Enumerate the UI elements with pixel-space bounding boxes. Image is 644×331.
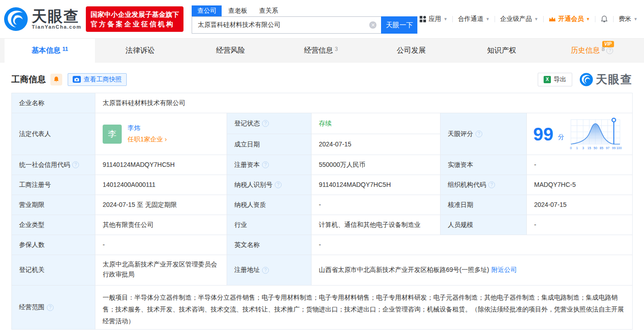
reg-address-value: 山西省太原市中北高新技术产业开发区柏板路69号(一照多址)	[319, 265, 489, 275]
cert-line2: 官方备案企业征信机构	[90, 19, 179, 29]
reg-status-value: 存续	[312, 113, 441, 134]
svg-text:0: 0	[570, 146, 572, 150]
search-tabs: 查公司 查老板 查关系	[192, 5, 417, 16]
legal-rep-companies-link[interactable]: 任职1家企业 ›	[128, 135, 167, 145]
tianyancha-logo[interactable]: 天眼查 TianYanCha.com	[4, 7, 81, 31]
nav-apps-label: 应用	[428, 15, 441, 23]
tab-business-risk[interactable]: 经营风险	[185, 39, 276, 63]
search-tab-relation[interactable]: 查关系	[253, 5, 283, 16]
field-label: 营业期限	[12, 195, 95, 215]
watermark-label: 天眼查	[596, 72, 633, 87]
legal-rep-avatar[interactable]: 李	[103, 125, 122, 144]
tab-basic-info[interactable]: 基本信息 11	[5, 39, 95, 63]
svg-text:50: 50	[594, 146, 597, 150]
tab-label: 基本信息	[31, 46, 60, 55]
tab-count: 3	[335, 46, 338, 52]
field-label: 注册资本 ?	[227, 155, 312, 175]
field-label: 组织机构代码 ?	[441, 175, 527, 195]
org-code-label: 组织机构代码	[448, 180, 486, 190]
nav-enterprise-label: 企业级产品	[500, 15, 532, 23]
legal-rep-name-link[interactable]: 李炜	[128, 123, 167, 133]
search-area: 查公司 查老板 查关系 ✕ 天眼一下	[192, 5, 417, 34]
table-row: 登记机关 太原中北高新技术产业开发区管理委员会行政审批局 注册地址 ? 山西省太…	[12, 255, 632, 286]
field-label: 注册地址 ?	[227, 255, 312, 286]
export-label: 导出	[554, 75, 566, 84]
chevron-down-icon: ▼	[443, 17, 447, 21]
nav-partner[interactable]: 合作通道 ▼	[458, 15, 490, 23]
business-scope-value: 一般项目：半导体分立器件制造；半导体分立器件销售；电子专用材料制造；电子专用材料…	[95, 286, 632, 329]
company-type-value: 其他有限责任公司	[95, 215, 227, 235]
field-label: 登记状态 ?	[227, 113, 312, 134]
help-icon[interactable]: ?	[262, 267, 269, 274]
chevron-down-icon: ▼	[586, 17, 590, 21]
field-label: 法定代表人	[12, 113, 95, 155]
taxpayer-id-label: 纳税人识别号	[234, 180, 272, 190]
help-icon[interactable]: ?	[72, 161, 79, 168]
export-button[interactable]: X 导出	[538, 73, 572, 86]
tianyancha-watermark: 天眼查	[580, 72, 633, 87]
help-icon[interactable]: ?	[488, 181, 495, 188]
nearby-companies-link[interactable]: 附近公司	[491, 265, 517, 275]
credit-code-value: 91140124MADQY7HC5H	[95, 155, 227, 175]
tab-history-info[interactable]: VIP 历史信息 8 ?	[547, 39, 637, 63]
table-row: 经营范围 ? 一般项目：半导体分立器件制造；半导体分立器件销售；电子专用材料制造…	[12, 286, 632, 329]
nav-user-account[interactable]: 费米 ▼	[619, 15, 638, 23]
credit-code-label: 统一社会信用代码	[19, 160, 70, 170]
view-snapshot-button[interactable]: 查看工商快照	[68, 73, 127, 86]
help-icon[interactable]: ?	[262, 120, 269, 127]
nav-divider	[543, 16, 544, 22]
field-label: 参保人数	[12, 235, 95, 255]
help-icon[interactable]: ?	[275, 181, 282, 188]
score-value: 99	[533, 125, 554, 143]
field-label: 实缴资本	[441, 155, 527, 175]
nav-notifications[interactable]	[600, 15, 608, 23]
nav-divider	[595, 16, 595, 22]
tab-label: 经营信息	[304, 46, 333, 55]
help-icon[interactable]: ?	[476, 130, 482, 137]
legal-rep-cell: 李 李炜 任职1家企业 ›	[95, 113, 227, 155]
help-icon[interactable]: ?	[606, 47, 613, 54]
field-label: 人员规模	[441, 215, 527, 235]
table-row: 工商注册号 14012400A000111 纳税人识别号 ? 91140124M…	[12, 175, 632, 195]
nav-divider	[452, 16, 453, 22]
field-label: 企业类型	[12, 215, 95, 235]
table-row: 营业期限 2024-07-15 至 无固定期限 纳税人资质 - 核准日期 202…	[12, 195, 632, 215]
nav-enterprise[interactable]: 企业级产品 ▼	[500, 15, 538, 23]
english-name-value: -	[312, 235, 632, 255]
help-icon[interactable]: ?	[262, 161, 269, 168]
logo-domain: TianYanCha.com	[32, 24, 81, 30]
field-label: 英文名称	[227, 235, 312, 255]
score-label: 天眼评分	[448, 129, 473, 139]
nav-divider	[613, 16, 614, 22]
field-label: 成立日期	[227, 134, 312, 155]
search-tab-boss[interactable]: 查老板	[223, 5, 253, 16]
monitor-bell-button[interactable]	[50, 74, 62, 85]
field-label: 统一社会信用代码 ?	[12, 155, 95, 175]
reg-address-cell: 山西省太原市中北高新技术产业开发区柏板路69号(一照多址) 附近公司	[312, 255, 632, 286]
help-icon[interactable]: ?	[47, 304, 54, 311]
tab-label: 法律诉讼	[126, 46, 155, 55]
reg-address-label: 注册地址	[234, 265, 260, 275]
field-label: 登记机关	[12, 255, 95, 286]
org-code-value: MADQY7HC-5	[527, 175, 632, 195]
tab-intellectual-property[interactable]: 知识产权	[456, 39, 547, 63]
company-tabbar: 基本信息 11 法律诉讼 经营风险 经营信息 3 公司发展 知识产权 VIP 历…	[0, 38, 644, 63]
nav-vip-upgrade[interactable]: 开通会员 ▼	[549, 15, 590, 23]
reg-capital-label: 注册资本	[234, 160, 260, 170]
bell-icon	[600, 15, 608, 23]
score-distribution-chart: 0 1 3 15 50 85 97 99 100	[568, 116, 623, 152]
field-label: 工商注册号	[12, 175, 95, 195]
field-label: 企业名称	[12, 93, 95, 113]
header-nav: 应用 ▼ 合作通道 ▼ 企业级产品 ▼ 开通会员 ▼ 费米	[420, 15, 638, 23]
search-input[interactable]	[192, 16, 381, 34]
tab-company-development[interactable]: 公司发展	[366, 39, 456, 63]
tianyancha-swirl-icon	[4, 7, 28, 31]
svg-text:15: 15	[587, 146, 591, 150]
search-tab-company[interactable]: 查公司	[192, 5, 222, 16]
nav-apps[interactable]: 应用 ▼	[420, 15, 447, 23]
tab-legal-litigation[interactable]: 法律诉讼	[95, 39, 185, 63]
cert-line1: 国家中小企业发展子基金旗下	[90, 10, 179, 19]
paid-capital-value: -	[527, 155, 632, 175]
tab-business-info[interactable]: 经营信息 3	[276, 39, 366, 63]
search-button[interactable]: 天眼一下	[381, 16, 417, 34]
